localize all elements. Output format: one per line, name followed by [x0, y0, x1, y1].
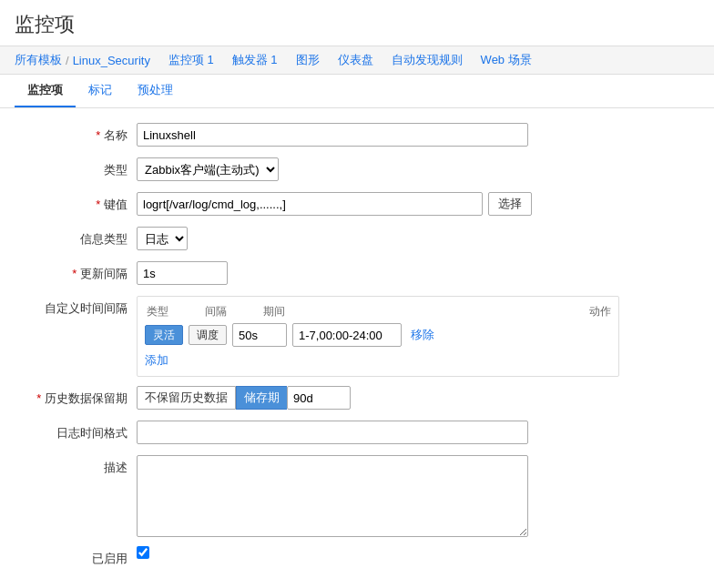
custom-time-data-row: 灵活 调度 移除 [145, 323, 611, 347]
info-type-select[interactable]: 日志 [137, 227, 188, 250]
enabled-checkbox-area [137, 546, 149, 559]
interval-input[interactable] [232, 323, 287, 347]
key-label: 键值 [18, 192, 137, 213]
enabled-control [137, 546, 665, 559]
tab-preprocess[interactable]: 预处理 [125, 75, 186, 107]
key-row: 键值 选择 [18, 192, 665, 218]
tabs-bar: 监控项 标记 预处理 [0, 75, 714, 108]
history-control: 不保留历史数据 储存期 [137, 386, 665, 410]
breadcrumb-nav-item-1[interactable]: 触发器 1 [232, 52, 278, 68]
update-row: 更新间隔 [18, 261, 665, 287]
period-input[interactable] [292, 323, 402, 347]
log-format-label: 日志时间格式 [18, 421, 137, 441]
breadcrumb-nav: 监控项 1 触发器 1 图形 仪表盘 自动发现规则 Web 场景 [168, 52, 532, 68]
history-label: 历史数据保留期 [18, 386, 137, 407]
breadcrumb-bar: 所有模板 / Linux_Security 监控项 1 触发器 1 图形 仪表盘… [0, 46, 714, 75]
tab-monitor[interactable]: 监控项 [15, 75, 76, 107]
remove-link[interactable]: 移除 [411, 327, 434, 343]
col-period: 期间 [263, 304, 285, 319]
info-type-control: 日志 [137, 227, 665, 250]
breadcrumb-security[interactable]: Linux_Security [73, 54, 150, 67]
description-control [137, 455, 665, 537]
description-textarea[interactable] [137, 455, 528, 537]
name-control [137, 123, 665, 147]
breadcrumb-nav-item-2[interactable]: 图形 [296, 52, 320, 68]
history-row: 历史数据保留期 不保留历史数据 储存期 [18, 386, 665, 411]
description-row: 描述 [18, 455, 665, 537]
key-control: 选择 [137, 192, 665, 216]
breadcrumb-sep1: / [66, 54, 69, 67]
log-format-control [137, 421, 665, 444]
update-label: 更新间隔 [18, 261, 137, 282]
flexible-btn[interactable]: 灵活 [145, 325, 183, 345]
custom-time-control: 类型 间隔 期间 动作 灵活 调度 移除 添加 [137, 296, 665, 377]
log-format-row: 日志时间格式 [18, 421, 665, 446]
custom-time-label: 自定义时间间隔 [18, 296, 137, 317]
key-input[interactable] [137, 192, 483, 216]
history-section: 不保留历史数据 储存期 [137, 386, 351, 410]
enabled-row: 已启用 [18, 546, 665, 572]
name-row: 名称 [18, 123, 665, 148]
breadcrumb-nav-item-3[interactable]: 仪表盘 [338, 52, 373, 68]
add-link[interactable]: 添加 [145, 353, 168, 367]
name-label: 名称 [18, 123, 137, 144]
enabled-label: 已启用 [18, 546, 137, 567]
keep-btn[interactable]: 储存期 [236, 386, 287, 410]
info-type-row: 信息类型 日志 [18, 227, 665, 252]
no-keep-btn[interactable]: 不保留历史数据 [137, 386, 236, 410]
type-row: 类型 Zabbix客户端(主动式) [18, 157, 665, 183]
tab-tag[interactable]: 标记 [76, 75, 125, 107]
log-format-input[interactable] [137, 421, 528, 444]
breadcrumb-nav-item-4[interactable]: 自动发现规则 [392, 52, 463, 68]
breadcrumb-all-templates[interactable]: 所有模板 [15, 52, 62, 68]
key-select-button[interactable]: 选择 [488, 192, 532, 216]
description-label: 描述 [18, 455, 137, 476]
update-control [137, 261, 665, 285]
update-input[interactable] [137, 261, 228, 285]
add-row: 添加 [145, 352, 611, 369]
breadcrumb-nav-item-5[interactable]: Web 场景 [481, 52, 532, 68]
col-action: 动作 [589, 304, 611, 319]
page-title: 监控项 [0, 0, 714, 46]
breadcrumb-nav-item-0[interactable]: 监控项 1 [168, 52, 214, 68]
col-interval: 间隔 [205, 304, 227, 319]
name-input[interactable] [137, 123, 528, 147]
custom-time-section: 类型 间隔 期间 动作 灵活 调度 移除 添加 [137, 296, 619, 377]
col-type: 类型 [147, 304, 168, 319]
schedule-btn[interactable]: 调度 [189, 325, 227, 345]
type-control: Zabbix客户端(主动式) [137, 157, 665, 181]
custom-time-row: 自定义时间间隔 类型 间隔 期间 动作 灵活 调度 移除 添加 [18, 296, 665, 377]
info-type-label: 信息类型 [18, 227, 137, 248]
type-label: 类型 [18, 157, 137, 178]
enabled-checkbox[interactable] [137, 546, 149, 559]
history-value-input[interactable] [287, 386, 351, 410]
type-select[interactable]: Zabbix客户端(主动式) [137, 157, 279, 181]
custom-time-header: 类型 间隔 期间 动作 [145, 304, 611, 319]
form-container: 名称 类型 Zabbix客户端(主动式) 键值 选择 信息类型 日志 更新间隔 [0, 108, 683, 588]
